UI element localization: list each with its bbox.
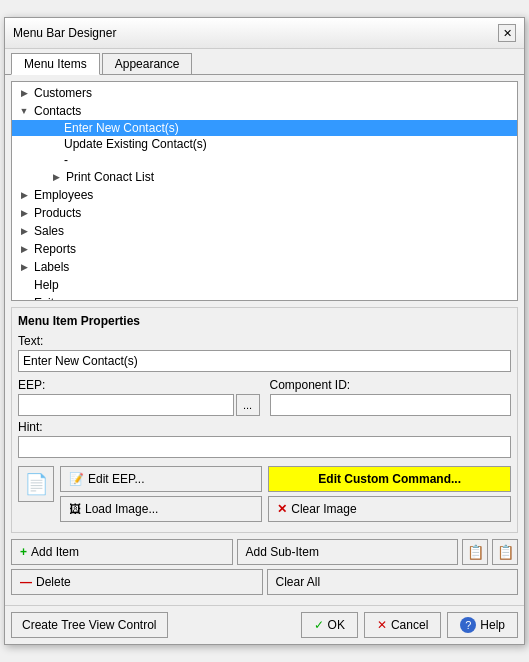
- add-sub-item-button[interactable]: Add Sub-Item: [237, 539, 459, 565]
- expander-icon: ▶: [16, 259, 32, 275]
- document-icon: 📄: [24, 472, 49, 496]
- tree-item-label: Labels: [32, 260, 69, 274]
- help-button[interactable]: ? Help: [447, 612, 518, 638]
- footer-right: ✓ OK ✕ Cancel ? Help: [301, 612, 518, 638]
- create-tree-view-button[interactable]: Create Tree View Control: [11, 612, 168, 638]
- tree-item-label: Reports: [32, 242, 76, 256]
- load-image-button[interactable]: 🖼 Load Image...: [60, 496, 262, 522]
- edit-eep-button[interactable]: 📝 Edit EEP...: [60, 466, 262, 492]
- tree-item-contacts[interactable]: ▼ Contacts: [12, 102, 517, 120]
- text-input[interactable]: [18, 350, 511, 372]
- tree-item-label: Customers: [32, 86, 92, 100]
- tree-item-label: Contacts: [32, 104, 81, 118]
- tree-item-exit[interactable]: ▶ Exit: [12, 294, 517, 301]
- delete-icon: —: [20, 575, 32, 589]
- expander-icon: ▶: [16, 223, 32, 239]
- tree-item-label: Exit: [32, 296, 54, 301]
- section-title: Menu Item Properties: [18, 314, 511, 328]
- ok-icon: ✓: [314, 618, 324, 632]
- eep-input[interactable]: [18, 394, 234, 416]
- tree-item-label: Help: [32, 278, 59, 292]
- document-icon-button[interactable]: 📄: [18, 466, 54, 502]
- tree-item-print-contact-list[interactable]: ▶ Print Conact List: [12, 168, 517, 186]
- main-window: Menu Bar Designer ✕ Menu Items Appearanc…: [4, 17, 525, 645]
- tab-bar: Menu Items Appearance: [5, 49, 524, 75]
- tree-item-customers[interactable]: ▶ Customers: [12, 84, 517, 102]
- component-id-input[interactable]: [270, 394, 512, 416]
- tree-item-update-existing-contact[interactable]: Update Existing Contact(s): [12, 136, 517, 152]
- tree-item-separator[interactable]: -: [12, 152, 517, 168]
- footer-left: Create Tree View Control: [11, 612, 168, 638]
- tree-item-products[interactable]: ▶ Products: [12, 204, 517, 222]
- close-button[interactable]: ✕: [498, 24, 516, 42]
- footer: Create Tree View Control ✓ OK ✕ Cancel ?…: [5, 605, 524, 644]
- tree-item-enter-new-contact[interactable]: Enter New Contact(s): [12, 120, 517, 136]
- text-label: Text:: [18, 334, 511, 348]
- cancel-button[interactable]: ✕ Cancel: [364, 612, 441, 638]
- title-bar: Menu Bar Designer ✕: [5, 18, 524, 49]
- expander-icon: ▼: [16, 103, 32, 119]
- component-id-label: Component ID:: [270, 378, 512, 392]
- expander-icon: ▶: [16, 205, 32, 221]
- tree-item-employees[interactable]: ▶ Employees: [12, 186, 517, 204]
- tree-item-label: Enter New Contact(s): [64, 121, 179, 135]
- add-item-button[interactable]: + Add Item: [11, 539, 233, 565]
- tree-item-label: Update Existing Contact(s): [64, 137, 207, 151]
- clear-image-button[interactable]: ✕ Clear Image: [268, 496, 511, 522]
- tree-item-labels[interactable]: ▶ Labels: [12, 258, 517, 276]
- hint-label: Hint:: [18, 420, 511, 434]
- tab-appearance[interactable]: Appearance: [102, 53, 193, 74]
- expander-icon: ▶: [16, 187, 32, 203]
- add-icon: +: [20, 545, 27, 559]
- image-icon: 🖼: [69, 502, 81, 516]
- hint-input[interactable]: [18, 436, 511, 458]
- paste-icon: 📋: [497, 544, 514, 560]
- copy-button[interactable]: 📋: [462, 539, 488, 565]
- ok-button[interactable]: ✓ OK: [301, 612, 358, 638]
- bottom-button-area: + Add Item Add Sub-Item 📋 📋 — Delete: [11, 539, 518, 595]
- cancel-icon: ✕: [377, 618, 387, 632]
- paste-button[interactable]: 📋: [492, 539, 518, 565]
- tree-item-label: -: [64, 153, 68, 167]
- clear-all-button[interactable]: Clear All: [267, 569, 519, 595]
- main-content: ▶ Customers ▼ Contacts Enter New Contact…: [5, 75, 524, 605]
- eep-label: EEP:: [18, 378, 260, 392]
- delete-button[interactable]: — Delete: [11, 569, 263, 595]
- clear-icon: ✕: [277, 502, 287, 516]
- expander-icon: ▶: [48, 169, 64, 185]
- window-title: Menu Bar Designer: [13, 26, 116, 40]
- edit-icon: 📝: [69, 472, 84, 486]
- edit-custom-command-button[interactable]: Edit Custom Command...: [268, 466, 511, 492]
- tree-item-label: Products: [32, 206, 81, 220]
- help-icon: ?: [460, 617, 476, 633]
- tree-item-help[interactable]: ▶ Help: [12, 276, 517, 294]
- tree-panel[interactable]: ▶ Customers ▼ Contacts Enter New Contact…: [11, 81, 518, 301]
- tab-menu-items[interactable]: Menu Items: [11, 53, 100, 75]
- copy-icon: 📋: [467, 544, 484, 560]
- tree-item-sales[interactable]: ▶ Sales: [12, 222, 517, 240]
- tree-item-label: Employees: [32, 188, 93, 202]
- eep-dots-button[interactable]: ...: [236, 394, 260, 416]
- tree-item-label: Sales: [32, 224, 64, 238]
- tree-item-label: Print Conact List: [64, 170, 154, 184]
- expander-icon: ▶: [16, 85, 32, 101]
- expander-icon: ▶: [16, 241, 32, 257]
- tree-item-reports[interactable]: ▶ Reports: [12, 240, 517, 258]
- properties-section: Menu Item Properties Text: EEP: ... Comp…: [11, 307, 518, 533]
